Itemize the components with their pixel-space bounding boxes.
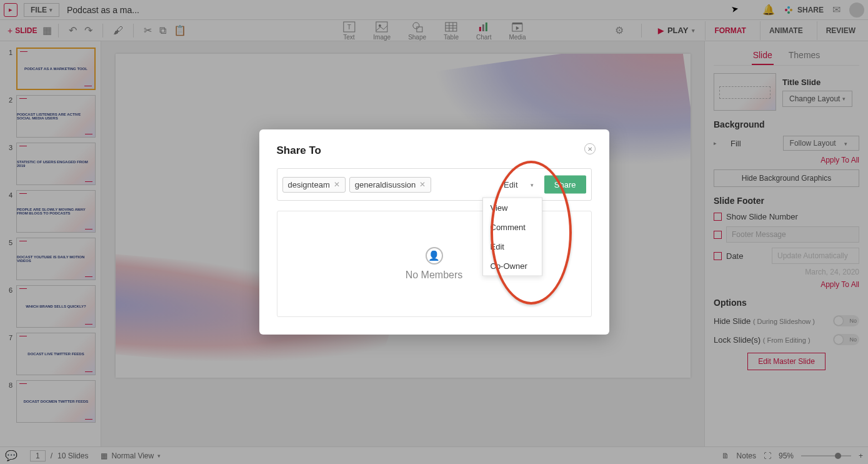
- remove-tag-icon[interactable]: ✕: [419, 180, 426, 189]
- share-modal: Share To ✕ designteam ✕ generaldisussion…: [259, 129, 609, 335]
- no-members-label: No Members: [406, 270, 463, 281]
- perm-option-comment[interactable]: Comment: [483, 218, 542, 237]
- chevron-down-icon: ▾: [531, 181, 534, 188]
- members-list: 👤 No Members: [277, 211, 592, 317]
- close-icon[interactable]: ✕: [584, 143, 596, 154]
- recipient-tag: generaldisussion ✕: [349, 177, 432, 193]
- share-submit-button[interactable]: Share: [544, 176, 586, 194]
- modal-title: Share To: [277, 144, 592, 157]
- perm-option-edit[interactable]: Edit: [483, 237, 542, 256]
- perm-option-view[interactable]: View: [483, 198, 542, 218]
- recipient-tag: designteam ✕: [282, 177, 346, 193]
- person-icon: 👤: [426, 247, 443, 265]
- remove-tag-icon[interactable]: ✕: [334, 180, 340, 189]
- permission-dropdown: View Comment Edit Co-Owner: [482, 198, 542, 276]
- modal-overlay: Share To ✕ designteam ✕ generaldisussion…: [0, 0, 868, 464]
- perm-option-coowner[interactable]: Co-Owner: [483, 256, 542, 276]
- permission-select[interactable]: Edit ▾ View Comment Edit Co-Owner: [499, 178, 542, 192]
- share-recipients-box[interactable]: designteam ✕ generaldisussion ✕ Edit ▾ V…: [277, 168, 592, 201]
